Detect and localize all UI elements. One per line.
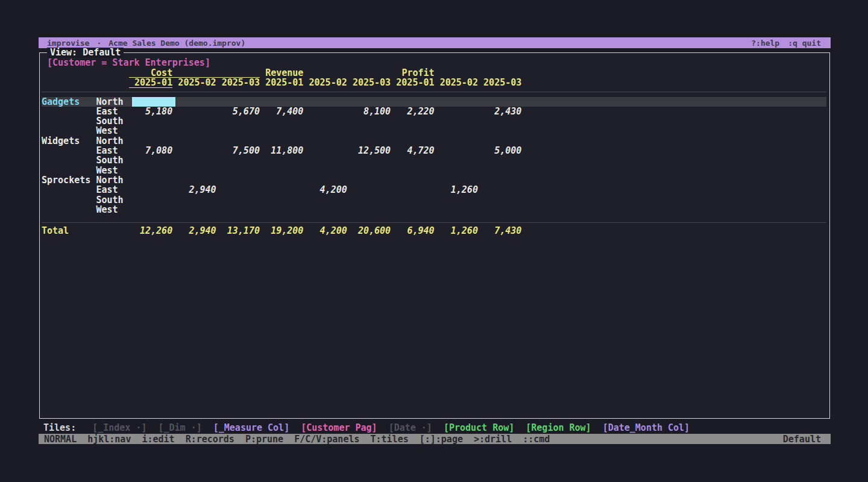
value-cell[interactable]: [478, 195, 521, 205]
value-cell[interactable]: [303, 146, 347, 155]
measure-header-revenue[interactable]: Revenue: [260, 68, 391, 78]
value-cell[interactable]: [129, 116, 172, 126]
value-cell[interactable]: [478, 175, 521, 185]
value-cell[interactable]: [216, 195, 260, 205]
tile-measurecol[interactable]: [_Measure Col]: [213, 422, 289, 433]
value-cell[interactable]: [303, 166, 347, 175]
value-cell[interactable]: [216, 97, 260, 107]
value-cell[interactable]: [435, 205, 478, 214]
value-cell[interactable]: [303, 107, 347, 116]
value-cell[interactable]: [347, 185, 391, 195]
value-cell[interactable]: 2,940: [172, 185, 216, 195]
table-row[interactable]: South: [42, 116, 826, 126]
value-cell[interactable]: 1,260: [435, 185, 478, 195]
value-cell[interactable]: [391, 175, 434, 185]
value-cell[interactable]: [435, 146, 478, 155]
value-cell[interactable]: [347, 166, 391, 175]
value-cell[interactable]: [129, 185, 172, 195]
value-cell[interactable]: [216, 185, 260, 195]
value-cell[interactable]: [303, 136, 347, 146]
value-cell[interactable]: [435, 116, 478, 126]
value-cell[interactable]: [391, 136, 434, 146]
value-cell[interactable]: [260, 126, 303, 136]
value-cell[interactable]: [303, 155, 347, 165]
value-cell[interactable]: 4,200: [303, 185, 347, 195]
value-cell[interactable]: [391, 195, 434, 205]
filter-badge[interactable]: [Customer = Stark Enterprises]: [47, 57, 210, 68]
value-cell[interactable]: [172, 126, 216, 136]
value-cell[interactable]: [260, 155, 303, 165]
value-cell[interactable]: [391, 116, 434, 126]
value-cell[interactable]: [129, 155, 172, 165]
table-row[interactable]: West: [42, 126, 826, 136]
value-cell[interactable]: [478, 136, 521, 146]
value-cell[interactable]: [435, 155, 478, 165]
value-cell[interactable]: [347, 195, 391, 205]
month-header-cell[interactable]: 2025-02: [172, 78, 216, 87]
tile-regionrow[interactable]: [Region Row]: [526, 422, 591, 433]
value-cell[interactable]: [260, 175, 303, 185]
value-cell[interactable]: [303, 126, 347, 136]
selected-cell[interactable]: [132, 97, 175, 107]
measure-header-profit[interactable]: Profit: [391, 68, 521, 78]
month-header-cell[interactable]: 2025-02: [435, 78, 478, 87]
value-cell[interactable]: [260, 185, 303, 195]
value-cell[interactable]: [478, 166, 521, 175]
value-cell[interactable]: [260, 136, 303, 146]
table-row[interactable]: East7,0807,50011,80012,5004,7205,000: [42, 146, 826, 155]
value-cell[interactable]: [129, 126, 172, 136]
value-cell[interactable]: [260, 116, 303, 126]
value-cell[interactable]: [435, 97, 478, 107]
table-row[interactable]: West: [42, 205, 826, 214]
value-cell[interactable]: [391, 97, 434, 107]
value-cell[interactable]: 12,500: [347, 146, 391, 155]
value-cell[interactable]: [172, 166, 216, 175]
month-header-cell[interactable]: 2025-01: [260, 78, 303, 87]
tile-date[interactable]: [Date ·]: [389, 422, 432, 433]
value-cell[interactable]: [347, 205, 391, 214]
value-cell[interactable]: [478, 116, 521, 126]
tile-datemonthcol[interactable]: [Date_Month Col]: [603, 422, 690, 433]
value-cell[interactable]: 11,800: [260, 146, 303, 155]
value-cell[interactable]: [172, 146, 216, 155]
value-cell[interactable]: [347, 136, 391, 146]
value-cell[interactable]: [216, 205, 260, 214]
tile-customerpag[interactable]: [Customer Pag]: [301, 422, 377, 433]
table-row[interactable]: GadgetsNorth: [42, 97, 826, 107]
month-header-cell[interactable]: 2025-01: [129, 78, 172, 87]
month-header-cell[interactable]: 2025-02: [303, 78, 347, 87]
month-header-cell[interactable]: 2025-01: [391, 78, 434, 87]
value-cell[interactable]: [347, 116, 391, 126]
value-cell[interactable]: [391, 155, 434, 165]
value-cell[interactable]: [129, 195, 172, 205]
value-cell[interactable]: 7,080: [129, 146, 172, 155]
value-cell[interactable]: [391, 126, 434, 136]
month-header-cell[interactable]: 2025-03: [347, 78, 391, 87]
value-cell[interactable]: [129, 175, 172, 185]
value-cell[interactable]: [435, 107, 478, 116]
value-cell[interactable]: [216, 126, 260, 136]
value-cell[interactable]: [435, 136, 478, 146]
table-row[interactable]: South: [42, 195, 826, 205]
value-cell[interactable]: [260, 195, 303, 205]
table-row[interactable]: East2,9404,2001,260: [42, 185, 826, 195]
value-cell[interactable]: 7,500: [216, 146, 260, 155]
value-cell[interactable]: [347, 175, 391, 185]
month-header-cell[interactable]: 2025-03: [216, 78, 260, 87]
value-cell[interactable]: [303, 195, 347, 205]
value-cell[interactable]: 8,100: [347, 107, 391, 116]
value-cell[interactable]: [478, 185, 521, 195]
value-cell[interactable]: [172, 205, 216, 214]
table-row[interactable]: South: [42, 155, 826, 165]
value-cell[interactable]: 5,180: [129, 107, 172, 116]
value-cell[interactable]: [172, 155, 216, 165]
value-cell[interactable]: 5,670: [216, 107, 260, 116]
table-row[interactable]: West: [42, 166, 826, 175]
value-cell[interactable]: 7,400: [260, 107, 303, 116]
tile-dim[interactable]: [_Dim ·]: [159, 422, 202, 433]
value-cell[interactable]: [129, 166, 172, 175]
value-cell[interactable]: [172, 116, 216, 126]
value-cell[interactable]: [435, 175, 478, 185]
value-cell[interactable]: 5,000: [478, 146, 521, 155]
value-cell[interactable]: 2,220: [391, 107, 434, 116]
